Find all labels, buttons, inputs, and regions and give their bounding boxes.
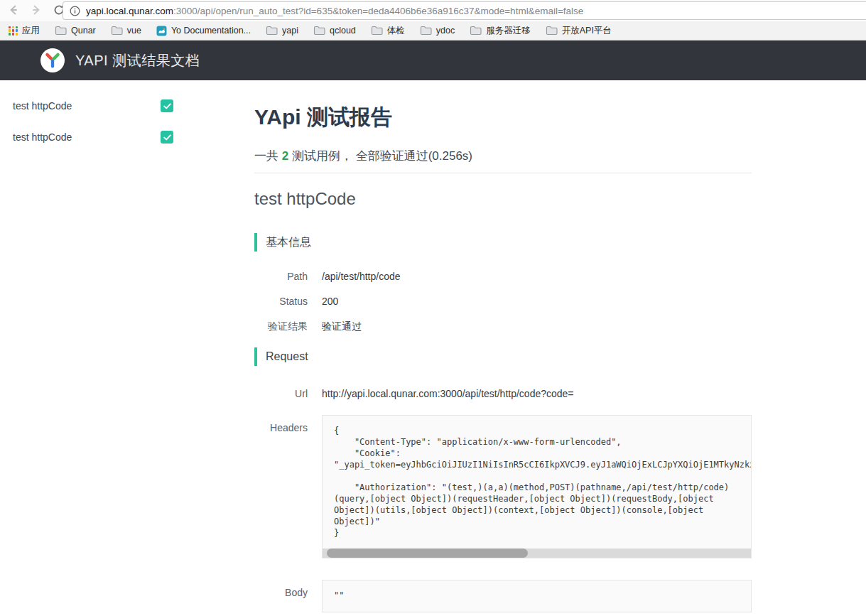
row-value: 验证通过 bbox=[322, 320, 362, 333]
bookmark-label: 体检 bbox=[387, 25, 405, 37]
row-body: Body "" bbox=[254, 580, 752, 612]
url-text: yapi.local.qunar.com:3000/api/open/run_a… bbox=[86, 6, 583, 16]
horizontal-scrollbar bbox=[323, 549, 751, 558]
row-path: Path /api/test/http/code bbox=[254, 270, 752, 283]
row-label: 验证结果 bbox=[254, 320, 308, 333]
bookmark-folder-qcloud[interactable]: qcloud bbox=[313, 26, 356, 36]
bookmark-label: yapi bbox=[282, 26, 298, 36]
yapi-logo-icon bbox=[40, 48, 65, 72]
summary-suffix: 测试用例， 全部验证通过(0.256s) bbox=[288, 149, 472, 163]
bookmark-label: 服务器迁移 bbox=[486, 25, 531, 37]
folder-icon bbox=[371, 26, 383, 36]
row-label: Url bbox=[254, 387, 308, 401]
section-request: Request bbox=[254, 347, 752, 366]
headers-code-box: { "Content-Type": "application/x-www-for… bbox=[322, 415, 752, 558]
yapi-header: YAPI 测试结果文档 bbox=[0, 40, 866, 80]
scrollbar-thumb[interactable] bbox=[327, 549, 528, 558]
page-title: YAPI 测试结果文档 bbox=[75, 51, 200, 70]
bookmark-label: 应用 bbox=[22, 25, 40, 37]
report-summary: 一共 2 测试用例， 全部验证通过(0.256s) bbox=[254, 148, 752, 164]
folder-icon bbox=[313, 26, 325, 36]
divider bbox=[254, 173, 752, 173]
bookmark-folder-ydoc[interactable]: ydoc bbox=[420, 26, 455, 36]
bookmark-yo-documentation[interactable]: Yo Documentation... bbox=[156, 26, 251, 36]
folder-icon bbox=[111, 26, 123, 36]
test-case-name: test httpCode bbox=[13, 131, 72, 143]
row-status: Status 200 bbox=[254, 295, 752, 308]
bookmarks-bar: 应用 Qunar vue Yo Documentation... yapi qc… bbox=[0, 21, 866, 40]
headers-code: { "Content-Type": "application/x-www-for… bbox=[323, 416, 751, 546]
section-title-label: Request bbox=[266, 350, 308, 363]
section-title-label: 基本信息 bbox=[266, 235, 311, 250]
bookmark-label: Yo Documentation... bbox=[171, 26, 251, 36]
summary-prefix: 一共 bbox=[254, 149, 282, 163]
row-value: 200 bbox=[322, 295, 338, 308]
body-code: "" bbox=[323, 580, 751, 608]
test-case-sidebar: test httpCode test httpCode bbox=[0, 80, 254, 616]
passed-check-icon bbox=[161, 99, 173, 112]
passed-check-icon bbox=[161, 131, 173, 144]
row-value: /api/test/http/code bbox=[322, 270, 401, 283]
browser-window: yapi.local.qunar.com:3000/api/open/run_a… bbox=[0, 0, 866, 616]
bookmark-folder-qunar[interactable]: Qunar bbox=[55, 26, 96, 36]
sidebar-item-test-case-2[interactable]: test httpCode bbox=[13, 131, 173, 144]
case-name-heading: test httpCode bbox=[254, 189, 752, 209]
test-case-name: test httpCode bbox=[13, 100, 72, 112]
apps-grid-icon bbox=[9, 26, 18, 36]
back-icon[interactable] bbox=[6, 2, 21, 18]
sidebar-item-test-case-1[interactable]: test httpCode bbox=[13, 99, 173, 112]
bookmark-folder-yapi[interactable]: yapi bbox=[266, 26, 298, 36]
folder-icon bbox=[470, 26, 482, 36]
browser-toolbar: yapi.local.qunar.com:3000/api/open/run_a… bbox=[0, 0, 866, 21]
bookmark-apps[interactable]: 应用 bbox=[9, 25, 40, 37]
bookmark-label: vue bbox=[127, 26, 141, 36]
bookmark-label: Qunar bbox=[71, 26, 96, 36]
bookmark-folder-open-api[interactable]: 开放API平台 bbox=[546, 25, 612, 37]
address-bar[interactable]: yapi.local.qunar.com:3000/api/open/run_a… bbox=[63, 1, 866, 20]
url-host: yapi.local.qunar.com bbox=[86, 6, 173, 16]
row-label: Path bbox=[254, 270, 308, 283]
row-url: Url http://yapi.local.qunar.com:3000/api… bbox=[254, 387, 752, 401]
section-basic-info: 基本信息 bbox=[254, 233, 752, 252]
url-path: :3000/api/open/run_auto_test?id=635&toke… bbox=[173, 6, 583, 16]
bookmark-folder-vue[interactable]: vue bbox=[111, 26, 141, 36]
bookmark-folder-server-migration[interactable]: 服务器迁移 bbox=[470, 25, 531, 37]
row-headers: Headers { "Content-Type": "application/x… bbox=[254, 415, 752, 558]
row-verify-result: 验证结果 验证通过 bbox=[254, 320, 752, 333]
summary-case-count: 2 bbox=[282, 149, 288, 163]
bookmark-folder-tijian[interactable]: 体检 bbox=[371, 25, 405, 37]
body-code-box: "" bbox=[322, 580, 752, 612]
folder-icon bbox=[266, 26, 278, 36]
folder-icon bbox=[55, 26, 67, 36]
page-info-icon[interactable] bbox=[70, 6, 80, 16]
bookmark-label: 开放API平台 bbox=[562, 25, 612, 37]
yo-site-icon bbox=[156, 26, 167, 36]
row-label: Body bbox=[254, 580, 308, 600]
folder-icon bbox=[546, 26, 558, 36]
folder-icon bbox=[420, 26, 432, 36]
forward-icon[interactable] bbox=[28, 2, 44, 18]
bookmark-label: ydoc bbox=[436, 26, 455, 36]
row-label: Status bbox=[254, 295, 308, 308]
row-label: Headers bbox=[254, 415, 308, 435]
report-main: YApi 测试报告 一共 2 测试用例， 全部验证通过(0.256s) test… bbox=[254, 80, 752, 616]
row-value: http://yapi.local.qunar.com:3000/api/tes… bbox=[322, 387, 574, 401]
bookmark-label: qcloud bbox=[330, 26, 356, 36]
report-title: YApi 测试报告 bbox=[254, 103, 752, 132]
